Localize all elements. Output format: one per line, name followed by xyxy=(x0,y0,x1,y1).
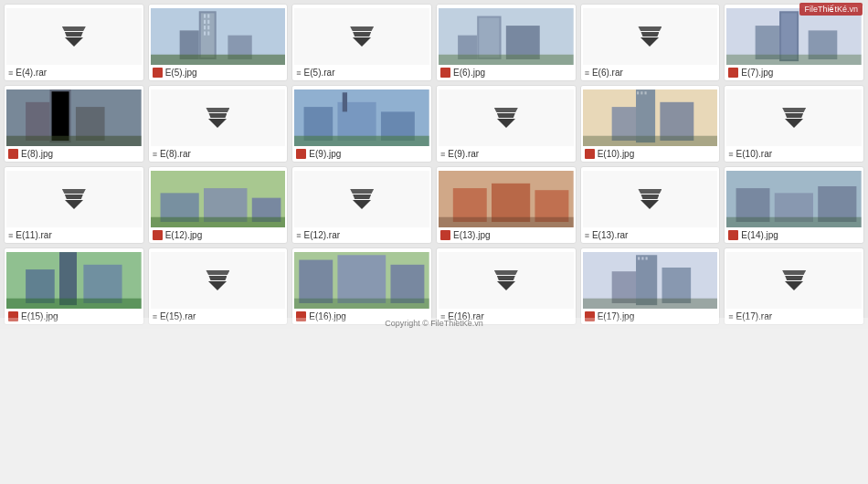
rar-badge: ≡ xyxy=(296,231,301,240)
svg-rect-23 xyxy=(756,26,779,59)
thumbnail xyxy=(294,171,429,227)
svg-rect-4 xyxy=(207,15,209,18)
svg-rect-5 xyxy=(204,20,206,24)
list-item[interactable]: ≡E(15).rar xyxy=(148,247,289,325)
thumbnail xyxy=(6,252,142,309)
file-label: E(9).jpg xyxy=(294,149,429,159)
svg-rect-69 xyxy=(391,265,425,303)
svg-rect-76 xyxy=(638,258,640,260)
rar-badge: ≡ xyxy=(296,68,301,78)
thumbnail xyxy=(294,252,429,309)
file-label: E(5).jpg xyxy=(151,68,286,78)
thumbnail xyxy=(726,252,862,309)
jpg-badge xyxy=(440,68,450,78)
jpg-badge xyxy=(585,311,595,321)
list-item[interactable]: E(12).jpg xyxy=(148,166,289,244)
svg-rect-22 xyxy=(781,14,797,60)
list-item[interactable]: E(8).jpg xyxy=(4,85,144,163)
list-item[interactable]: ≡E(5).rar xyxy=(291,4,432,81)
file-label: ≡E(5).rar xyxy=(294,68,429,78)
file-label: E(7).jpg xyxy=(726,68,862,78)
list-item[interactable]: ≡E(12).rar xyxy=(291,166,432,244)
svg-rect-45 xyxy=(644,92,646,95)
list-item[interactable]: ≡E(17).rar xyxy=(724,247,864,325)
list-item[interactable]: E(6).jpg xyxy=(436,4,577,81)
list-item[interactable]: E(14).jpg xyxy=(724,166,864,244)
file-label: ≡E(6).rar xyxy=(583,68,718,78)
jpg-badge xyxy=(8,311,18,321)
svg-rect-7 xyxy=(204,26,206,29)
rar-badge: ≡ xyxy=(8,231,13,240)
rar-badge: ≡ xyxy=(728,150,733,159)
list-item[interactable]: E(16).jpg xyxy=(291,247,432,325)
file-label: E(14).jpg xyxy=(726,230,862,240)
jpg-badge xyxy=(728,230,738,240)
svg-rect-64 xyxy=(83,265,122,303)
svg-rect-41 xyxy=(660,102,693,141)
list-item[interactable]: E(9).jpg xyxy=(291,85,432,163)
jpg-badge xyxy=(296,149,306,159)
svg-rect-55 xyxy=(439,217,574,227)
file-label: ≡E(8).rar xyxy=(151,149,286,159)
thumbnail xyxy=(726,8,862,65)
svg-rect-50 xyxy=(151,217,286,227)
file-label: E(10).jpg xyxy=(583,149,718,159)
thumbnail xyxy=(583,89,718,146)
list-item[interactable]: ≡E(8).rar xyxy=(148,85,289,163)
list-item[interactable]: E(17).jpg xyxy=(580,247,721,325)
svg-rect-67 xyxy=(300,260,333,303)
svg-rect-31 xyxy=(6,136,142,146)
list-item[interactable]: E(10).jpg xyxy=(580,85,721,163)
list-item[interactable]: ≡E(11).rar xyxy=(4,166,144,244)
svg-rect-72 xyxy=(636,256,657,306)
list-item[interactable]: ≡E(10).rar xyxy=(724,85,864,163)
list-item[interactable]: ≡E(13).rar xyxy=(580,166,721,244)
svg-rect-6 xyxy=(207,20,209,24)
svg-rect-10 xyxy=(207,32,209,36)
thumbnail xyxy=(439,171,574,227)
list-item[interactable]: ≡E(16).rar xyxy=(436,247,577,325)
file-label: E(15).jpg xyxy=(6,311,142,321)
thumbnail xyxy=(6,8,142,65)
svg-rect-77 xyxy=(641,258,643,260)
file-label: E(6).jpg xyxy=(439,68,574,78)
rar-badge: ≡ xyxy=(153,150,157,159)
svg-rect-44 xyxy=(640,92,642,95)
file-label: ≡E(13).rar xyxy=(583,230,718,240)
rar-badge: ≡ xyxy=(585,231,589,240)
svg-rect-30 xyxy=(76,107,105,141)
jpg-badge xyxy=(153,230,163,240)
file-label: E(13).jpg xyxy=(439,230,574,240)
thumbnail xyxy=(726,89,862,146)
file-label: E(17).jpg xyxy=(583,311,718,321)
list-item[interactable]: E(15).jpg xyxy=(4,247,144,325)
file-label: ≡E(15).rar xyxy=(151,311,286,321)
list-item[interactable]: E(13).jpg xyxy=(436,166,577,244)
svg-rect-68 xyxy=(338,256,386,304)
file-label: E(12).jpg xyxy=(151,230,286,240)
rar-badge: ≡ xyxy=(728,312,733,321)
svg-rect-57 xyxy=(736,188,770,222)
rar-badge: ≡ xyxy=(8,68,13,78)
list-item[interactable]: E(5).jpg xyxy=(148,4,289,81)
list-item[interactable]: ≡E(9).rar xyxy=(436,85,577,163)
svg-rect-8 xyxy=(207,26,209,29)
list-item[interactable]: ≡E(4).rar xyxy=(4,4,144,81)
svg-rect-42 xyxy=(583,136,718,146)
jpg-badge xyxy=(296,311,306,321)
file-label: ≡E(17).rar xyxy=(726,311,862,321)
jpg-badge xyxy=(153,68,163,78)
list-item[interactable]: E(7).jpg xyxy=(724,4,864,81)
rar-badge: ≡ xyxy=(153,312,157,321)
list-item[interactable]: ≡E(6).rar xyxy=(580,4,721,81)
svg-rect-60 xyxy=(726,217,862,227)
thumbnail xyxy=(726,171,862,227)
thumbnail xyxy=(439,252,574,309)
thumbnail xyxy=(583,8,718,65)
svg-rect-28 xyxy=(52,92,69,142)
svg-rect-52 xyxy=(453,188,487,222)
svg-rect-3 xyxy=(204,15,206,18)
file-grid: ≡E(4).rar E(5).jpg ≡E(5).rar E(6).jpg ≡E… xyxy=(0,0,868,329)
svg-rect-70 xyxy=(294,299,429,309)
jpg-badge xyxy=(8,149,18,159)
